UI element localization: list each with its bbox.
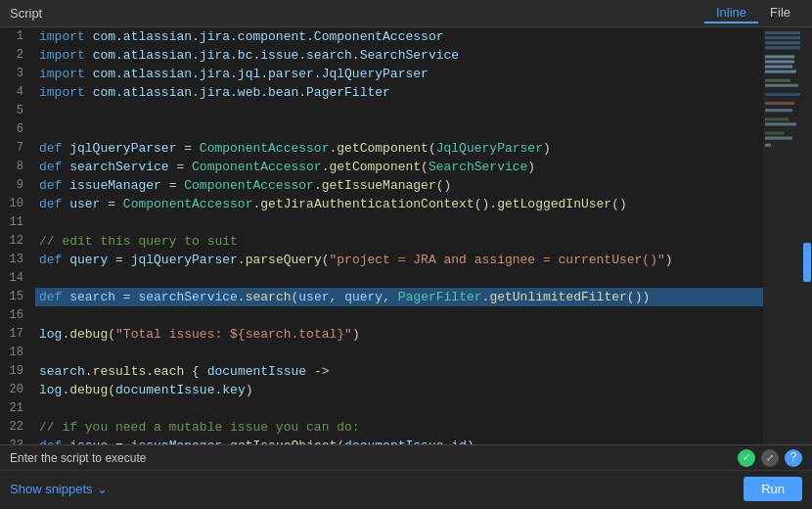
token: = (108, 439, 130, 444)
script-title: Script (10, 6, 42, 21)
token: . (85, 364, 93, 379)
code-wrapper[interactable]: 1import com.atlassian.jira.component.Com… (0, 27, 763, 444)
token: def (39, 439, 62, 444)
token: . (238, 253, 246, 267)
token: issueManager (131, 439, 223, 444)
minimap (763, 27, 802, 444)
top-bar: Script Inline File (0, 0, 812, 27)
line-content: def query = jqlQueryParser.parseQuery("p… (35, 251, 763, 269)
line-number: 23 (0, 437, 35, 444)
bottom-bar: Enter the script to execute ✓ ⤢ ? (0, 444, 812, 470)
table-row: 12// edit this query to suit (0, 232, 763, 251)
status-text: Enter the script to execute (10, 451, 146, 465)
line-content: def search = searchService.search(user, … (35, 288, 763, 306)
table-row: 18 (0, 344, 763, 362)
table-row: 9def issueManager = ComponentAccessor.ge… (0, 176, 763, 195)
run-button[interactable]: Run (744, 477, 802, 501)
line-number: 9 (0, 176, 35, 195)
token: ()) (627, 290, 650, 304)
show-snippets-button[interactable]: Show snippets ⌄ (10, 482, 108, 496)
token: ) (352, 327, 360, 342)
token (85, 85, 93, 100)
token: "Total issues: ${search.total}" (115, 327, 352, 342)
table-row: 6 (0, 120, 763, 139)
line-content: def user = ComponentAccessor.getJiraAuth… (35, 195, 763, 213)
token: . (146, 364, 154, 379)
line-number: 13 (0, 251, 35, 269)
token: = (115, 290, 138, 304)
token: each (154, 364, 184, 379)
line-number: 16 (0, 306, 35, 325)
table-row: 19search.results.each { documentIssue -> (0, 362, 763, 381)
vscrollbar-thumb[interactable] (803, 243, 811, 282)
token: key (222, 383, 245, 397)
table-row: 8def searchService = ComponentAccessor.g… (0, 158, 763, 176)
vscrollbar[interactable] (802, 27, 812, 444)
token: ( (337, 439, 344, 444)
token: getJiraAuthenticationContext (260, 197, 474, 211)
token: PagerFilter (398, 290, 482, 304)
line-number: 14 (0, 269, 35, 288)
line-number: 20 (0, 381, 35, 399)
svg-rect-0 (765, 31, 800, 34)
svg-rect-11 (765, 102, 794, 105)
token: debug (69, 383, 108, 397)
status-icons: ✓ ⤢ ? (738, 449, 802, 467)
token: ComponentAccessor (192, 160, 322, 174)
svg-rect-5 (765, 60, 794, 63)
token: = (176, 141, 199, 156)
token: documentIssue (207, 364, 306, 379)
token: ( (429, 141, 436, 156)
token: com.atlassian.jira.jql.parser.JqlQueryPa… (93, 67, 429, 81)
token: results (93, 364, 147, 379)
line-number: 3 (0, 65, 35, 83)
line-number: 5 (0, 102, 35, 120)
line-content (35, 399, 763, 418)
token: parseQuery (246, 253, 322, 267)
token: log (39, 383, 62, 397)
table-row: 13def query = jqlQueryParser.parseQuery(… (0, 251, 763, 269)
table-row: 17log.debug("Total issues: ${search.tota… (0, 325, 763, 344)
token: = (161, 178, 184, 193)
token: def (39, 160, 62, 174)
line-number: 19 (0, 362, 35, 381)
line-number: 1 (0, 27, 35, 46)
expand-icon[interactable]: ⤢ (761, 449, 779, 467)
line-content: search.results.each { documentIssue -> (35, 362, 763, 381)
table-row: 3import com.atlassian.jira.jql.parser.Jq… (0, 65, 763, 83)
token: ( (421, 160, 429, 174)
line-content: log.debug("Total issues: ${search.total}… (35, 325, 763, 344)
line-number: 17 (0, 325, 35, 344)
token: getUnlimitedFilter (489, 290, 626, 304)
footer: Show snippets ⌄ Run (0, 470, 812, 509)
table-row: 21 (0, 399, 763, 418)
help-icon[interactable]: ? (785, 449, 802, 467)
line-number: 2 (0, 46, 35, 65)
token: = (108, 253, 130, 267)
svg-rect-12 (765, 109, 792, 112)
token: ComponentAccessor (200, 141, 330, 156)
table-row: 23 def issue = issueManager.getIssueObje… (0, 437, 763, 444)
token: getComponent (329, 160, 421, 174)
check-icon[interactable]: ✓ (738, 449, 755, 467)
svg-rect-10 (765, 93, 800, 96)
table-row: 7def jqlQueryParser = ComponentAccessor.… (0, 139, 763, 158)
token: documentIssue (344, 439, 443, 444)
token: com.atlassian.jira.component.ComponentAc… (93, 29, 444, 44)
svg-rect-13 (765, 117, 789, 120)
token: search (39, 364, 85, 379)
tab-group: Inline File (704, 3, 802, 23)
line-number: 11 (0, 213, 35, 232)
token: ) (527, 160, 535, 174)
svg-rect-9 (765, 84, 798, 87)
token: getIssueManager (322, 178, 436, 193)
token: -> (306, 364, 329, 379)
line-number: 12 (0, 232, 35, 251)
tab-inline[interactable]: Inline (704, 3, 758, 23)
svg-rect-1 (765, 36, 800, 39)
token (85, 29, 93, 44)
token: , (330, 290, 345, 304)
token: . (238, 290, 246, 304)
tab-file[interactable]: File (758, 3, 802, 23)
editor-area: 1import com.atlassian.jira.component.Com… (0, 27, 812, 444)
